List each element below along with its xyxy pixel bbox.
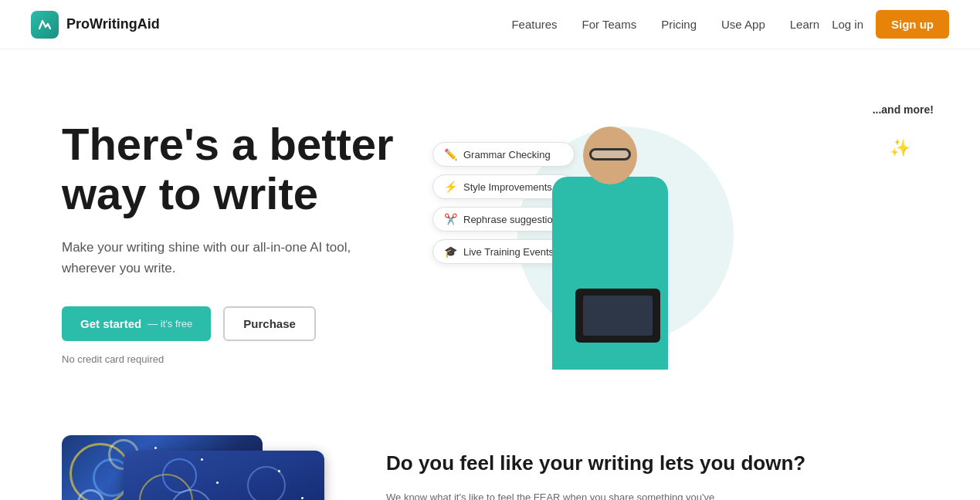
signup-button[interactable]: Sign up — [876, 10, 949, 39]
hero-title: There's a better way to write — [62, 120, 494, 218]
star-f4 — [216, 481, 219, 484]
rephrase-icon: ✂️ — [444, 213, 457, 225]
navbar: ProWritingAid Features For Teams Pricing… — [0, 0, 980, 49]
laptop-illustration — [575, 289, 660, 343]
style-icon: ⚡ — [444, 181, 457, 193]
pill-grammar: ✏️ Grammar Checking — [432, 142, 575, 167]
star-1 — [154, 447, 157, 449]
logo-icon — [31, 11, 59, 39]
nav-features[interactable]: Features — [511, 18, 557, 31]
nav-use-app[interactable]: Use App — [721, 18, 765, 31]
training-icon: 🎓 — [444, 245, 457, 258]
starry-card-front — [124, 451, 324, 500]
login-button[interactable]: Log in — [819, 12, 876, 37]
person-glasses — [589, 148, 631, 160]
and-more-label: ...and more! — [873, 103, 934, 116]
starry-night-stack: My idea in my head — [62, 435, 324, 500]
star-f3 — [301, 497, 303, 499]
get-started-button[interactable]: Get started — it's free — [62, 306, 211, 341]
bottom-right: Do you feel like your writing lets you d… — [386, 435, 918, 500]
no-credit-text: No credit card required — [62, 353, 494, 365]
get-started-label: Get started — [80, 317, 141, 330]
hero-right: ✏️ Grammar Checking ⚡ Style Improvements… — [494, 96, 918, 389]
brand-logo[interactable]: ProWritingAid — [31, 11, 160, 39]
bottom-desc: We know what it's like to feel the FEAR … — [386, 489, 741, 500]
swirl-f2 — [162, 458, 197, 493]
bottom-section: My idea in my head Do you feel like your… — [0, 420, 980, 500]
laptop-screen — [583, 296, 653, 336]
hero-subtitle: Make your writing shine with our all-in-… — [62, 237, 371, 279]
sparkle-icon: ✨ — [890, 138, 910, 158]
hero-section: There's a better way to write Make your … — [0, 49, 980, 420]
person-head — [583, 127, 637, 184]
bottom-title: Do you feel like your writing lets you d… — [386, 451, 918, 477]
brand-name: ProWritingAid — [66, 16, 160, 32]
bottom-left: My idea in my head — [62, 435, 340, 500]
hero-buttons: Get started — it's free Purchase — [62, 306, 494, 341]
nav-learn[interactable]: Learn — [790, 18, 819, 31]
nav-links: Features For Teams Pricing Use App Learn — [511, 18, 819, 32]
star-f2 — [278, 470, 280, 472]
nav-pricing[interactable]: Pricing — [661, 18, 697, 31]
free-tag: — it's free — [148, 318, 192, 329]
nav-for-teams[interactable]: For Teams — [582, 18, 637, 31]
purchase-button[interactable]: Purchase — [223, 306, 316, 341]
grammar-icon: ✏️ — [444, 148, 457, 160]
hero-left: There's a better way to write Make your … — [62, 120, 494, 365]
star-f1 — [201, 458, 203, 461]
